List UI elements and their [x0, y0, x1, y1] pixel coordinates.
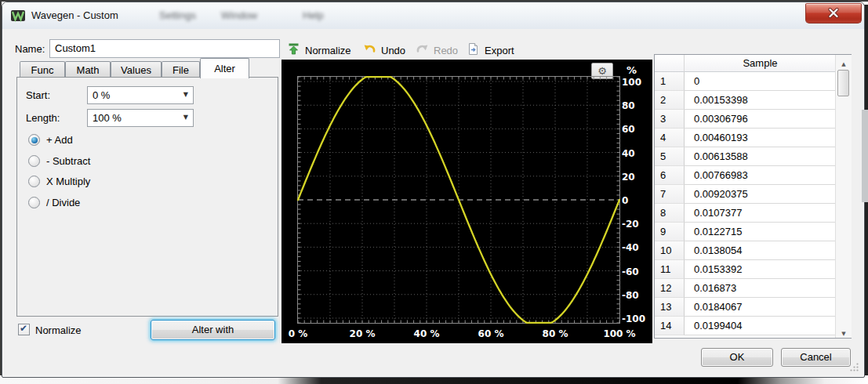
radio-dot — [28, 176, 40, 187]
x-axis-tick-label: 0 % — [289, 328, 308, 339]
close-button[interactable] — [805, 3, 862, 24]
radio-multiply[interactable]: X Multiply — [28, 176, 90, 187]
row-index-cell[interactable]: 10 — [655, 241, 685, 260]
redo-icon — [416, 42, 429, 59]
x-axis-tick-label: 100 % — [603, 328, 635, 339]
sample-value-cell[interactable]: 0.00766983 — [685, 166, 836, 185]
tab-math[interactable]: Math — [65, 61, 111, 78]
resize-grip[interactable] — [849, 361, 859, 371]
sample-value-cell[interactable]: 0.00460193 — [685, 129, 836, 147]
row-index-cell[interactable]: 14 — [655, 317, 685, 335]
table-row[interactable]: 90.0122715 — [655, 223, 836, 241]
undo-icon — [363, 42, 376, 59]
background-menu-help: Help — [303, 9, 324, 21]
table-row[interactable]: 30.00306796 — [655, 110, 836, 129]
table-row[interactable]: 20.00153398 — [655, 91, 836, 110]
screen: Wavegen - Custom Settings Window Help Na… — [0, 0, 868, 384]
name-input[interactable]: Custom1 — [49, 39, 280, 58]
radio-divide[interactable]: / Divide — [28, 197, 80, 208]
scroll-down-button[interactable]: ▼ — [837, 324, 851, 338]
length-label: Length: — [26, 112, 60, 124]
row-index-cell[interactable]: 11 — [655, 260, 685, 279]
table-row[interactable]: 10 — [655, 72, 836, 91]
tab-file[interactable]: File — [162, 61, 200, 78]
sample-value-cell[interactable]: 0 — [685, 72, 836, 91]
x-axis-tick-label: 40 % — [414, 328, 440, 339]
length-combobox[interactable]: 100 % ▼ — [87, 109, 194, 127]
sample-value-cell[interactable]: 0.0199404 — [685, 317, 836, 335]
x-axis-tick-label: 80 % — [543, 328, 568, 339]
row-index-cell[interactable]: 13 — [655, 298, 685, 317]
row-index-cell[interactable]: 9 — [655, 223, 685, 241]
alter-with-button[interactable]: Alter with — [151, 320, 275, 340]
normalize-toolbar-button[interactable]: Normalize — [287, 42, 351, 58]
table-corner-header[interactable] — [655, 55, 685, 72]
sample-value-cell[interactable]: 0.00306796 — [685, 110, 836, 129]
row-index-cell[interactable]: 5 — [655, 147, 685, 166]
x-axis-tick-label: 60 % — [478, 328, 504, 339]
ok-button[interactable]: OK — [701, 348, 773, 367]
undo-button[interactable]: Undo — [363, 42, 405, 58]
table-row[interactable]: 70.00920375 — [655, 185, 836, 204]
row-index-cell[interactable]: 8 — [655, 204, 685, 223]
sample-column-header[interactable]: Sample — [685, 55, 836, 72]
wavegen-app-icon — [10, 8, 26, 24]
table-row[interactable]: 100.0138054 — [655, 241, 836, 260]
table-row[interactable]: 50.00613588 — [655, 147, 836, 166]
scrollbar-thumb[interactable] — [837, 70, 849, 96]
y-axis-tick-label: 60 — [622, 124, 635, 135]
sample-value-cell[interactable]: 0.0138054 — [685, 241, 836, 260]
background-menu-window: Window — [221, 9, 257, 21]
table-row[interactable]: 40.00460193 — [655, 129, 836, 147]
table-row[interactable]: 80.0107377 — [655, 204, 836, 223]
background-menu-settings: Settings — [159, 9, 196, 21]
row-index-cell[interactable]: 2 — [655, 91, 685, 110]
row-index-cell[interactable]: 6 — [655, 166, 685, 185]
row-index-cell[interactable]: 7 — [655, 185, 685, 204]
sample-value-cell[interactable]: 0.00920375 — [685, 185, 836, 204]
normalize-toolbar-label: Normalize — [305, 45, 351, 56]
sample-value-cell[interactable]: 0.0107377 — [685, 204, 836, 223]
cancel-button[interactable]: Cancel — [781, 348, 851, 367]
radio-subtract[interactable]: - Subtract — [28, 155, 90, 167]
radio-subtract-label: - Subtract — [46, 155, 90, 167]
start-combobox[interactable]: 0 % ▼ — [87, 86, 194, 104]
tab-func[interactable]: Func — [20, 61, 65, 78]
table-row[interactable]: 130.0184067 — [655, 298, 836, 317]
table-scrollbar[interactable]: ▲ ▼ — [835, 55, 852, 338]
row-index-cell[interactable]: 4 — [655, 129, 685, 147]
table-row[interactable]: 140.0199404 — [655, 317, 836, 335]
sample-value-cell[interactable]: 0.0153392 — [685, 260, 836, 279]
radio-add[interactable]: + Add — [28, 134, 73, 146]
sample-value-cell[interactable]: 0.016873 — [685, 279, 836, 298]
scroll-down-icon: ▼ — [841, 331, 845, 337]
undo-label: Undo — [381, 45, 405, 56]
title-bar[interactable]: Wavegen - Custom Settings Window Help — [2, 2, 864, 29]
table-row[interactable]: 60.00766983 — [655, 166, 836, 185]
row-index-cell[interactable]: 3 — [655, 110, 685, 129]
normalize-checkbox[interactable]: ✔ — [18, 324, 30, 335]
sample-value-cell[interactable]: 0.00613588 — [685, 147, 836, 166]
row-index-cell[interactable]: 1 — [655, 72, 685, 91]
redo-button[interactable]: Redo — [416, 42, 458, 58]
y-axis-tick-label: -20 — [622, 219, 639, 230]
y-axis-tick-label: -100 — [622, 313, 645, 324]
export-icon — [467, 42, 480, 59]
dropdown-arrow-icon: ▼ — [183, 114, 188, 121]
y-axis-tick-label: -80 — [622, 290, 639, 301]
sample-value-cell[interactable]: 0.0184067 — [685, 298, 836, 317]
close-icon — [828, 8, 839, 18]
sample-value-cell[interactable]: 0.00153398 — [685, 91, 836, 110]
checkmark-icon: ✔ — [20, 323, 27, 334]
sample-value-cell[interactable]: 0.0122715 — [685, 223, 836, 241]
radio-dot-selected — [28, 134, 40, 146]
tab-values[interactable]: Values — [111, 61, 162, 78]
table-row[interactable]: 120.016873 — [655, 279, 836, 298]
tab-alter[interactable]: Alter — [200, 58, 249, 78]
scroll-up-button[interactable]: ▲ — [837, 55, 851, 68]
x-axis-tick-label: 20 % — [350, 328, 376, 339]
radio-dot — [28, 197, 40, 208]
row-index-cell[interactable]: 12 — [655, 279, 685, 298]
export-button[interactable]: Export — [467, 42, 514, 58]
table-row[interactable]: 110.0153392 — [655, 260, 836, 279]
